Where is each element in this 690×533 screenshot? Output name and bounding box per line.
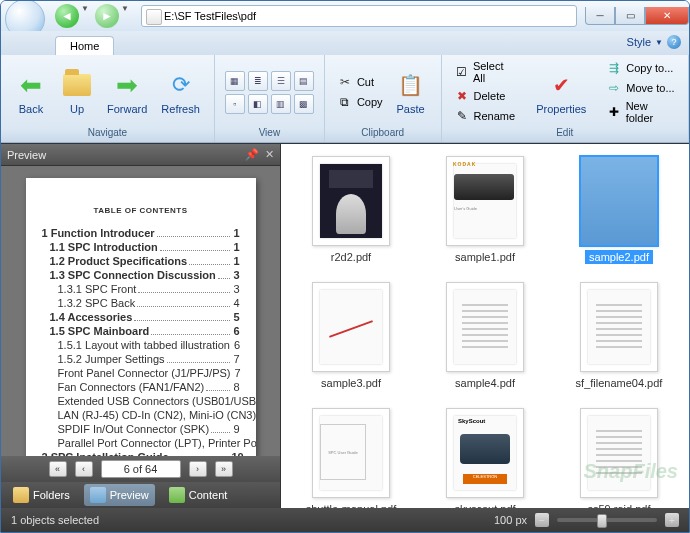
toc-line: 1.3 SPC Connection Discussion3 bbox=[42, 269, 240, 281]
tab-folders[interactable]: Folders bbox=[7, 484, 76, 506]
file-name: r2d2.pdf bbox=[327, 250, 375, 264]
preview-pane: Preview 📌✕ TABLE OF CONTENTS 1 Function … bbox=[1, 144, 281, 508]
move-to-icon: ⇨ bbox=[606, 80, 622, 96]
forward-button[interactable]: ➡Forward bbox=[101, 67, 153, 117]
move-to-button[interactable]: ⇨Move to... bbox=[602, 79, 680, 97]
file-item[interactable]: SPC User Guideshuttle-manual.pdf bbox=[302, 408, 401, 508]
file-thumbnail: KODAKUser's Guide bbox=[446, 156, 524, 246]
file-item[interactable]: sf_filename04.pdf bbox=[572, 282, 667, 390]
properties-button[interactable]: ✔Properties bbox=[530, 67, 592, 117]
new-folder-icon: ✚ bbox=[606, 104, 621, 120]
file-thumbnail bbox=[580, 282, 658, 372]
group-label-view: View bbox=[259, 125, 281, 140]
toc-line: Parallel Port Connector (LPT), Printer P… bbox=[42, 437, 240, 449]
page-indicator[interactable]: 6 of 64 bbox=[101, 460, 181, 478]
copy-button[interactable]: ⧉Copy bbox=[333, 93, 387, 111]
file-item[interactable]: KODAKUser's Guidesample1.pdf bbox=[446, 156, 524, 264]
status-text: 1 objects selected bbox=[11, 514, 99, 526]
toc-line: 1.3.2 SPC Back4 bbox=[42, 297, 240, 309]
toc-line: 1.5.1 Layout with tabbed illustration6 bbox=[42, 339, 240, 351]
copy-icon: ⧉ bbox=[337, 94, 353, 110]
style-chevron-icon[interactable]: ▼ bbox=[655, 38, 663, 47]
up-button[interactable]: Up bbox=[55, 67, 99, 117]
status-bar: 1 objects selected 100 px − + bbox=[1, 508, 689, 532]
select-all-icon: ☑ bbox=[454, 64, 469, 80]
file-thumbnail: SPC User Guide bbox=[312, 408, 390, 498]
page-last-button[interactable]: » bbox=[215, 461, 233, 477]
file-item[interactable]: SkyScoutCELESTRONskyscout.pdf bbox=[446, 408, 524, 508]
view-tiles[interactable]: ▤ bbox=[294, 71, 314, 91]
page-prev-button[interactable]: ‹ bbox=[75, 461, 93, 477]
page-first-button[interactable]: « bbox=[49, 461, 67, 477]
folder-icon bbox=[13, 487, 29, 503]
toc-line: Extended USB Connectors (USB01/USB1)8 bbox=[42, 395, 240, 407]
file-item[interactable]: r2d2.pdf bbox=[312, 156, 390, 264]
zoom-out-button[interactable]: − bbox=[535, 513, 549, 527]
page-next-button[interactable]: › bbox=[189, 461, 207, 477]
file-item[interactable]: sample3.pdf bbox=[312, 282, 390, 390]
scissors-icon: ✂ bbox=[337, 74, 353, 90]
toc-line: 1.2 Product Specifications1 bbox=[42, 255, 240, 267]
paste-button[interactable]: 📋Paste bbox=[389, 67, 433, 117]
zoom-label: 100 px bbox=[494, 514, 527, 526]
zoom-slider[interactable] bbox=[557, 518, 657, 522]
view-large-icons[interactable]: ▦ bbox=[225, 71, 245, 91]
view-thumbnails[interactable]: ▩ bbox=[294, 94, 314, 114]
file-thumbnail bbox=[312, 156, 390, 246]
minimize-button[interactable]: ─ bbox=[585, 7, 615, 25]
cut-button[interactable]: ✂Cut bbox=[333, 73, 387, 91]
address-bar[interactable]: E:\SF TestFiles\pdf bbox=[141, 5, 577, 27]
file-item[interactable]: sample2.pdf bbox=[580, 156, 658, 264]
preview-pin-icon[interactable]: 📌 bbox=[245, 148, 259, 161]
checkmark-icon: ✔ bbox=[545, 69, 577, 101]
toc-line: 1 Function Introducer1 bbox=[42, 227, 240, 239]
refresh-button[interactable]: ⟳Refresh bbox=[155, 67, 206, 117]
file-item[interactable]: ss59 raid.pdf bbox=[580, 408, 658, 508]
file-thumbnail bbox=[580, 156, 658, 246]
back-button[interactable]: ⬅Back bbox=[9, 67, 53, 117]
history-forward-menu[interactable]: ▼ bbox=[121, 4, 133, 28]
file-thumbnail bbox=[580, 408, 658, 498]
help-icon[interactable]: ? bbox=[667, 35, 681, 49]
select-all-button[interactable]: ☑Select All bbox=[450, 59, 521, 85]
delete-button[interactable]: ✖Delete bbox=[450, 87, 521, 105]
toc-line: SPDIF In/Out Connector (SPK)9 bbox=[42, 423, 240, 435]
tab-content[interactable]: Content bbox=[163, 484, 234, 506]
toc-line: LAN (RJ-45) CD-In (CN2), Mini-iO (CN3) C… bbox=[42, 409, 240, 421]
preview-close-icon[interactable]: ✕ bbox=[265, 148, 274, 161]
zoom-in-button[interactable]: + bbox=[665, 513, 679, 527]
delete-icon: ✖ bbox=[454, 88, 470, 104]
copy-to-icon: ⇶ bbox=[606, 60, 622, 76]
toc-line: Front Panel Connector (J1/PFJ/PS)7 bbox=[42, 367, 240, 379]
toc-line: 1.4 Accessories5 bbox=[42, 311, 240, 323]
view-list[interactable]: ≣ bbox=[248, 71, 268, 91]
file-name: sample2.pdf bbox=[585, 250, 653, 264]
copy-to-button[interactable]: ⇶Copy to... bbox=[602, 59, 680, 77]
new-folder-button[interactable]: ✚New folder bbox=[602, 99, 680, 125]
maximize-button[interactable]: ▭ bbox=[615, 7, 645, 25]
preview-pager: « ‹ 6 of 64 › » bbox=[1, 456, 280, 482]
file-item[interactable]: sample4.pdf bbox=[446, 282, 524, 390]
view-small-icons[interactable]: ▫ bbox=[225, 94, 245, 114]
close-button[interactable]: ✕ bbox=[645, 7, 689, 25]
address-path: E:\SF TestFiles\pdf bbox=[164, 10, 256, 22]
tab-home[interactable]: Home bbox=[55, 36, 114, 55]
rename-button[interactable]: ✎Rename bbox=[450, 107, 521, 125]
file-thumbnail bbox=[446, 282, 524, 372]
file-thumbnail bbox=[312, 282, 390, 372]
file-thumbnail: SkyScoutCELESTRON bbox=[446, 408, 524, 498]
tab-preview[interactable]: Preview bbox=[84, 484, 155, 506]
history-forward-button[interactable]: ► bbox=[95, 4, 119, 28]
history-back-menu[interactable]: ▼ bbox=[81, 4, 93, 28]
group-label-clipboard: Clipboard bbox=[361, 125, 404, 140]
view-details[interactable]: ☰ bbox=[271, 71, 291, 91]
style-menu[interactable]: Style bbox=[627, 36, 651, 48]
view-medium-icons[interactable]: ◧ bbox=[248, 94, 268, 114]
ribbon: ⬅Back Up ➡Forward ⟳Refresh Navigate ▦ ≣ … bbox=[1, 55, 689, 143]
file-name: sf_filename04.pdf bbox=[572, 376, 667, 390]
image-icon bbox=[90, 487, 106, 503]
history-back-button[interactable]: ◄ bbox=[55, 4, 79, 28]
file-list[interactable]: r2d2.pdfKODAKUser's Guidesample1.pdfsamp… bbox=[281, 144, 689, 508]
view-content[interactable]: ▥ bbox=[271, 94, 291, 114]
toc-line: 1.5 SPC Mainboard6 bbox=[42, 325, 240, 337]
